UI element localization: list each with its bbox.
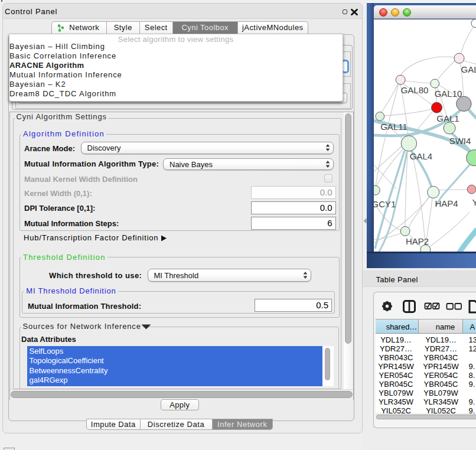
svg-text:GAL10: GAL10 — [435, 89, 462, 99]
svg-text:GAL1: GAL1 — [436, 113, 459, 123]
svg-text:GAL11: GAL11 — [380, 121, 407, 131]
svg-text:YJ: YJ — [472, 197, 476, 207]
svg-text:HAP2: HAP2 — [406, 236, 429, 246]
svg-text:GAL2: GAL2 — [461, 64, 476, 74]
svg-text:GAL80: GAL80 — [401, 84, 429, 94]
svg-text:SWI4: SWI4 — [449, 136, 471, 146]
svg-text:GAL4: GAL4 — [410, 151, 432, 161]
svg-text:HAP4: HAP4 — [435, 198, 458, 208]
svg-text:GCY1: GCY1 — [374, 198, 396, 208]
